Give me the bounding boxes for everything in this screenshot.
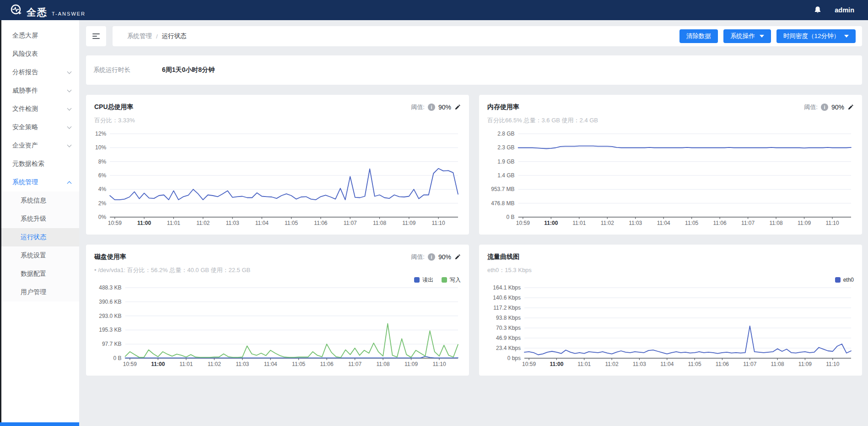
sidebar-subitem-data-config[interactable]: 数据配置: [1, 265, 79, 283]
user-name[interactable]: admin: [835, 6, 854, 14]
sidebar-item-analysis-report[interactable]: 分析报告: [1, 63, 79, 82]
chart-canvas-traffic: 0 bps23.4 Kbps46.9 Kbps70.3 Kbps93.8 Kbp…: [487, 284, 854, 369]
svg-text:11:10: 11:10: [432, 361, 446, 367]
system-actions-button[interactable]: 系统操作: [723, 29, 771, 43]
sidebar-subitem-label: 数据配置: [21, 270, 46, 278]
sidebar-subitem-system-settings[interactable]: 系统设置: [1, 246, 79, 265]
threshold-label: 阈值:: [411, 103, 425, 111]
sidebar-item-label: 系统管理: [12, 178, 38, 186]
submenu-system-management: 系统信息系统升级运行状态系统设置数据配置用户管理: [1, 191, 79, 301]
svg-text:12%: 12%: [95, 131, 106, 137]
sidebar-subitem-running-status[interactable]: 运行状态: [1, 228, 79, 246]
toolbar-buttons: 清除数据系统操作时间密度（12分钟）: [679, 29, 856, 43]
svg-text:11:04: 11:04: [660, 361, 674, 367]
info-icon[interactable]: i: [428, 253, 435, 261]
svg-text:11:04: 11:04: [657, 220, 670, 226]
threshold-value: 90%: [438, 104, 451, 111]
svg-text:11:07: 11:07: [344, 220, 357, 226]
threshold-control: 阈值:i90%: [804, 103, 854, 111]
brand-name: 全悉: [27, 7, 48, 17]
svg-text:10:59: 10:59: [522, 361, 536, 367]
svg-text:11:10: 11:10: [826, 361, 839, 367]
sidebar-bottom-accent: [0, 422, 79, 426]
info-icon[interactable]: i: [428, 104, 435, 111]
svg-text:11:01: 11:01: [572, 220, 586, 226]
sidebar-subitem-user-management[interactable]: 用户管理: [1, 283, 79, 301]
edit-threshold-icon[interactable]: [847, 104, 854, 110]
sidebar-subitem-label: 系统信息: [21, 197, 46, 205]
svg-text:11:00: 11:00: [137, 220, 151, 226]
chevron-down-icon: [67, 88, 72, 93]
edit-threshold-icon[interactable]: [454, 104, 461, 110]
time-density-button[interactable]: 时间密度（12分钟）: [776, 29, 856, 43]
sidebar-collapse-button[interactable]: [86, 26, 106, 46]
svg-text:11:01: 11:01: [179, 361, 193, 367]
legend-label: eth0: [843, 277, 854, 283]
chevron-down-icon: [67, 106, 72, 111]
navbar-right: admin: [814, 6, 854, 14]
threshold-value: 90%: [831, 104, 844, 111]
chevron-down-icon: [67, 143, 72, 147]
svg-text:11:00: 11:00: [151, 361, 165, 367]
chart-legend: 读出写入: [94, 276, 461, 284]
info-icon[interactable]: i: [821, 104, 828, 111]
svg-text:164.1 Kbps: 164.1 Kbps: [493, 284, 521, 291]
legend-swatch: [442, 277, 447, 283]
chart-subtitle: 百分比：3.33%: [94, 116, 461, 124]
breadcrumb-bar: 系统管理 / 运行状态 清除数据系统操作时间密度（12分钟）: [113, 26, 862, 46]
clear-data-button[interactable]: 清除数据: [679, 29, 718, 43]
chart-panel-traffic: 流量曲线图eth0：15.3 Kbpseth00 bps23.4 Kbps46.…: [479, 245, 862, 376]
sidebar-item-metadata-search[interactable]: 元数据检索: [1, 155, 79, 173]
chart-subtitle: eth0：15.3 Kbps: [487, 266, 854, 273]
svg-text:93.8 Kbps: 93.8 Kbps: [496, 315, 521, 321]
chart-subtitle: • /dev/vda1: 百分比：56.2% 总量：40.0 GB 使用：22.…: [94, 266, 461, 273]
sidebar-subitem-system-info[interactable]: 系统信息: [1, 191, 79, 210]
sidebar-item-risk-gauge[interactable]: 风险仪表: [1, 45, 79, 63]
svg-text:1.4 GB: 1.4 GB: [497, 172, 514, 179]
svg-text:11:09: 11:09: [402, 220, 415, 226]
chart-title: 磁盘使用率: [94, 253, 126, 261]
sidebar-item-system-management[interactable]: 系统管理: [1, 173, 79, 191]
sidebar-item-label: 文件检测: [12, 105, 38, 113]
sidebar-item-threat-events[interactable]: 威胁事件: [1, 82, 79, 100]
breadcrumb-section[interactable]: 系统管理: [127, 32, 152, 40]
sidebar-subitem-system-upgrade[interactable]: 系统升级: [1, 210, 79, 228]
svg-text:953.7 MB: 953.7 MB: [491, 186, 514, 192]
legend-item-写入[interactable]: 写入: [442, 276, 461, 284]
threshold-label: 阈值:: [804, 103, 818, 111]
sidebar-item-label: 风险仪表: [12, 50, 38, 58]
svg-text:11:06: 11:06: [716, 361, 729, 367]
top-navbar: 全悉 T-ANSWER admin: [0, 0, 868, 20]
menu-collapse-icon: [92, 33, 100, 39]
chart-canvas-memory: 0 B476.8 MB953.7 MB1.4 GB1.9 GB2.3 GB2.8…: [487, 130, 854, 228]
svg-text:11:09: 11:09: [798, 361, 812, 367]
svg-text:4%: 4%: [98, 186, 107, 192]
svg-text:2%: 2%: [98, 200, 107, 207]
chart-panel-head: CPU总使用率阈值:i90%: [94, 102, 461, 112]
svg-text:70.3 Kbps: 70.3 Kbps: [496, 325, 521, 331]
sidebar-item-label: 安全策略: [12, 123, 38, 131]
notifications-bell-icon[interactable]: [814, 6, 822, 14]
legend-item-eth0[interactable]: eth0: [835, 277, 854, 283]
sidebar-subitem-label: 运行状态: [21, 233, 46, 241]
svg-text:11:05: 11:05: [292, 361, 305, 367]
legend-label: 写入: [450, 276, 461, 284]
svg-text:10:59: 10:59: [516, 220, 530, 226]
sidebar-item-file-detection[interactable]: 文件检测: [1, 100, 79, 118]
svg-text:6%: 6%: [98, 172, 107, 179]
legend-swatch: [835, 277, 841, 283]
sidebar-item-security-policy[interactable]: 安全策略: [1, 118, 79, 137]
legend-item-读出[interactable]: 读出: [414, 276, 433, 284]
svg-text:11:07: 11:07: [743, 361, 756, 367]
svg-text:11:07: 11:07: [741, 220, 755, 226]
sidebar-item-enterprise-assets[interactable]: 企业资产: [1, 137, 79, 155]
svg-text:11:03: 11:03: [629, 220, 642, 226]
svg-text:11:10: 11:10: [432, 220, 445, 226]
sidebar-subitem-label: 用户管理: [21, 288, 46, 296]
edit-threshold-icon[interactable]: [454, 254, 461, 260]
svg-text:1.9 GB: 1.9 GB: [497, 158, 514, 165]
svg-text:11:08: 11:08: [377, 361, 390, 367]
sidebar-item-dashboard[interactable]: 全悉大屏: [1, 27, 79, 45]
legend-label: 读出: [422, 276, 433, 284]
chart-canvas-disk: 0 B97.7 KB195.3 KB293.0 KB390.6 KB488.3 …: [94, 284, 461, 369]
